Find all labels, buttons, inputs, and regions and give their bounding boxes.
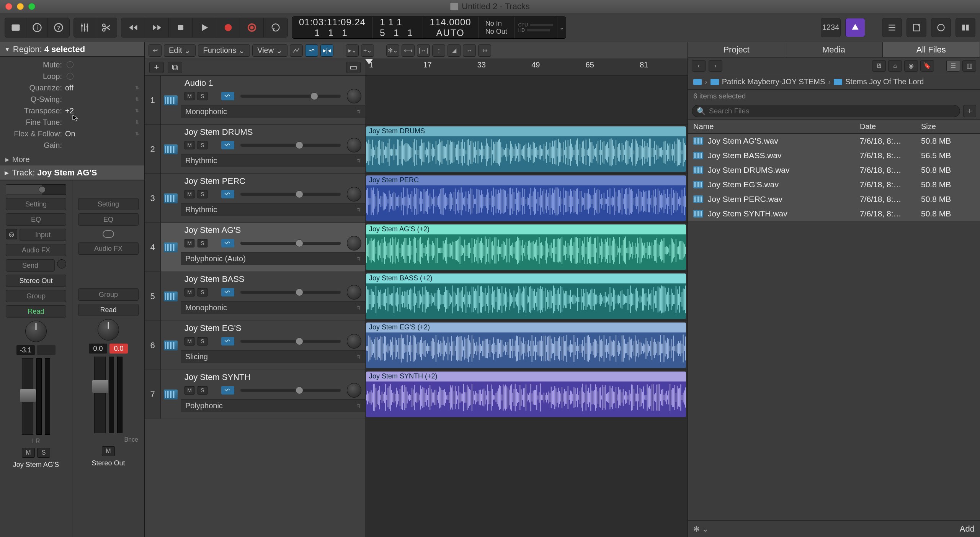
flex-icon[interactable] [221,288,234,296]
region-lane[interactable]: Joy Stem EG'S (+2) [365,321,688,370]
zoom-vert-icon[interactable]: ↕ [432,44,445,57]
record-button[interactable] [216,18,240,37]
param-row[interactable]: Fine Tune:⇅ [0,116,144,128]
lcd-tempo[interactable]: 114.0000 AUTO [423,17,479,38]
track-name[interactable]: Joy Stem EG'S [185,323,361,333]
pan-knob[interactable] [98,319,119,341]
param-row[interactable]: Flex & Follow:On⇅ [0,128,144,139]
gear-menu[interactable]: ✻ ⌄ [693,524,709,534]
disclosure-triangle-icon[interactable]: ▼ [5,46,10,52]
view-menu[interactable]: View⌄ [252,44,287,57]
audiofx-button[interactable]: Audio FX [6,244,66,256]
mixer-button[interactable] [74,18,95,37]
back-icon[interactable]: ↩ [149,44,162,57]
lcd-locator[interactable]: 1 1 1 5 1 1 [373,17,423,38]
rewind-button[interactable] [121,18,145,37]
browser-button[interactable] [956,18,975,37]
chevron-updown-icon[interactable]: ⇅ [135,97,139,102]
audio-region[interactable]: Joy Stem DRUMS [366,126,686,172]
solo-button[interactable]: S [198,386,207,395]
flex-icon[interactable] [221,92,234,100]
automation-icon[interactable] [290,44,303,57]
param-value[interactable]: off [65,83,74,92]
region-lane[interactable]: Joy Stem AG'S (+2) [365,223,688,272]
solo-button[interactable]: S [37,448,50,458]
col-date[interactable]: Date [860,122,921,131]
tab-project[interactable]: Project [688,42,785,57]
search-input[interactable]: 🔍 Search Files [692,105,960,117]
flex-icon[interactable] [305,44,318,57]
master-volume-button[interactable]: 1234 [821,18,841,37]
pan-knob[interactable] [347,383,361,398]
audio-region[interactable]: Joy Stem BASS (+2) [366,273,686,319]
fader[interactable] [94,357,122,433]
arrange-area[interactable]: Joy Stem DRUMSJoy Stem PERCJoy Stem AG'S… [365,76,688,537]
file-row[interactable]: Joy Stem BASS.wav 7/6/18, 8:… 56.5 MB [688,148,980,163]
track-name[interactable]: Joy Stem BASS [185,274,361,284]
library-button[interactable] [5,18,26,37]
param-value[interactable]: +2 [65,106,74,115]
audio-region[interactable]: Joy Stem EG'S (+2) [366,323,686,368]
track-name[interactable]: Joy Stem AG'S [185,225,361,235]
track-name[interactable]: Joy Stem DRUMS [185,127,361,137]
toggle-icon[interactable] [67,73,74,80]
group-button[interactable]: Group [6,290,66,302]
pan-knob[interactable] [347,187,361,201]
mute-button[interactable]: M [22,448,35,458]
inspector-button[interactable]: i [26,18,48,37]
disclosure-triangle-icon[interactable]: ▶ [5,170,9,176]
track-name[interactable]: Audio 1 [185,78,361,88]
track-name[interactable]: Joy Stem SYNTH [185,372,361,382]
lcd-display[interactable]: 01:03:11:09.24 1 1 1 1 1 1 5 1 1 114.000… [292,16,566,39]
computer-icon[interactable]: 🖥 [872,60,886,72]
track-header[interactable]: 1 Audio 1 M S Monophonic⇅ [145,76,365,125]
catch-icon[interactable]: ▸|◂ [320,44,333,57]
fader-cap[interactable] [92,380,108,393]
slider-thumb[interactable] [296,239,303,247]
chevron-updown-icon[interactable]: ⇅ [135,131,139,136]
fader[interactable] [22,358,50,435]
close-window-button[interactable] [5,3,12,10]
chevron-updown-icon[interactable]: ⇅ [135,120,139,125]
bookmark-icon[interactable]: 🔖 [920,60,934,72]
mute-button[interactable]: M [185,386,194,395]
input-button[interactable]: Input [20,229,66,241]
track-name[interactable]: Joy Stem PERC [185,176,361,186]
audiofx-button[interactable]: Audio FX [78,242,139,255]
flex-algorithm-menu[interactable]: Monophonic⇅ [181,301,365,314]
add-track-button[interactable]: + [149,62,164,73]
pan-knob[interactable] [347,138,361,152]
mute-button[interactable]: M [185,92,194,100]
region-lane[interactable] [365,76,688,125]
flex-algorithm-menu[interactable]: Rhythmic⇅ [181,203,365,216]
volume-slider[interactable] [240,95,341,98]
settings-menu[interactable]: ✻⌄ [386,44,399,57]
output-button[interactable]: Stereo Out [6,275,66,287]
track-header[interactable]: 3 Joy Stem PERC M S Rhythmic⇅ [145,174,365,223]
region-inspector-header[interactable]: ▼ Region: 4 selected [0,42,144,57]
forward-button[interactable] [145,18,169,37]
pointer-tool[interactable]: ▸⌄ [346,44,359,57]
audio-region[interactable]: Joy Stem AG'S (+2) [366,224,686,270]
volume-slider[interactable] [240,389,341,392]
track-header[interactable]: 2 Joy Stem DRUMS M S Rhythmic⇅ [145,125,365,174]
lcd-menu-button[interactable]: ⌄ [557,17,566,38]
track-header[interactable]: 7 Joy Stem SYNTH M S Polyphonic⇅ [145,370,365,419]
tab-all-files[interactable]: All Files [883,42,980,57]
mute-button[interactable]: M [185,141,194,149]
flex-algorithm-menu[interactable]: Polyphonic (Auto)⇅ [181,252,365,265]
pan-knob[interactable] [25,321,47,342]
automation-mode[interactable]: Read [78,304,139,316]
bounce-label[interactable]: Bnce [124,436,138,443]
param-row[interactable]: Mute: [0,59,144,70]
play-button[interactable] [193,18,216,37]
more-row[interactable]: ▸ More [0,153,144,165]
stop-button[interactable] [169,18,193,37]
zoom-slider-icon[interactable]: ⇔ [478,44,491,57]
duplicate-track-button[interactable]: ⧉ [168,62,182,73]
region-lane[interactable]: Joy Stem DRUMS [365,125,688,174]
chevron-updown-icon[interactable]: ⇅ [135,108,139,113]
pan-knob[interactable] [347,285,361,300]
automation-mode[interactable]: Read [6,305,66,318]
mute-button[interactable]: M [185,190,194,198]
